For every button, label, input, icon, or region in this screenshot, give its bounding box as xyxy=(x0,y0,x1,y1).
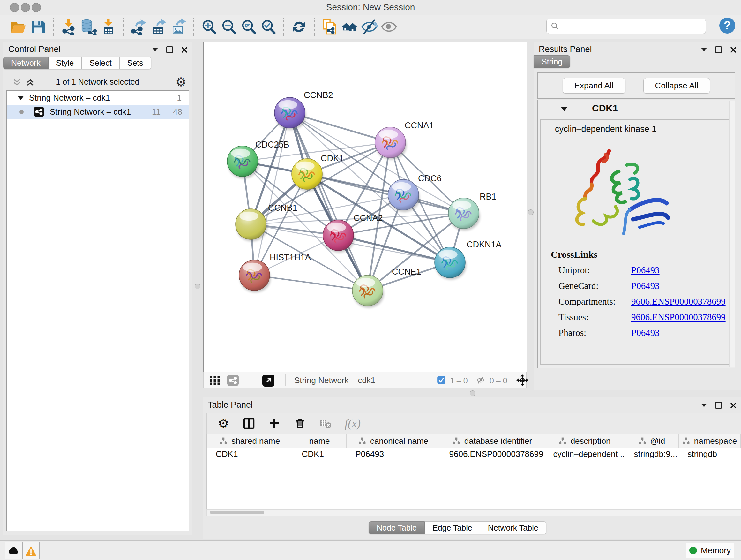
panel-menu-icon[interactable] xyxy=(152,48,158,51)
right-splitter-handle[interactable] xyxy=(528,209,534,215)
network-node-ccnb2[interactable] xyxy=(274,98,306,130)
cloud-icon xyxy=(8,545,19,557)
node-label: CCNA2 xyxy=(354,213,383,223)
network-node-cdk1[interactable] xyxy=(292,159,323,191)
panel-menu-icon[interactable] xyxy=(701,48,707,51)
bottom-splitter-handle[interactable] xyxy=(470,390,475,396)
warnings-button[interactable] xyxy=(22,542,40,559)
help-button[interactable]: ? xyxy=(719,17,735,34)
tab-network-table[interactable]: Network Table xyxy=(480,521,546,534)
hide-selected-button[interactable] xyxy=(359,17,379,37)
protein-details: cyclin–dependent kinase 1 xyxy=(540,119,732,365)
column-header[interactable]: description xyxy=(544,434,625,448)
node-label: CCNA1 xyxy=(405,121,434,130)
grid-view-icon[interactable] xyxy=(209,374,221,387)
tab-style[interactable]: Style xyxy=(49,57,82,69)
delete-column-trash-icon[interactable] xyxy=(293,417,307,430)
network-node-cdkn1a[interactable] xyxy=(434,247,466,280)
crosslink-link[interactable]: P06493 xyxy=(631,327,660,338)
import-database-button[interactable] xyxy=(78,17,98,37)
export-image-button[interactable] xyxy=(169,17,188,37)
duplicate-network-button[interactable] xyxy=(320,17,340,37)
network-options-gear-icon[interactable]: ⚙ xyxy=(176,75,186,89)
zoom-in-button[interactable] xyxy=(199,17,219,37)
cloud-status-button[interactable] xyxy=(5,542,22,559)
network-node-ccne1[interactable] xyxy=(352,275,384,308)
network-node-ccnb1[interactable] xyxy=(235,209,267,241)
save-button[interactable] xyxy=(28,17,48,37)
add-column-icon[interactable] xyxy=(268,417,281,430)
panel-float-icon[interactable] xyxy=(715,402,722,409)
memory-button[interactable]: Memory xyxy=(686,543,734,558)
network-node-ccna2[interactable] xyxy=(323,220,354,253)
import-table-button[interactable] xyxy=(98,17,118,37)
crosslink-link[interactable]: 9606.ENSP00000378699 xyxy=(631,296,726,307)
crosslink-link[interactable]: P06493 xyxy=(631,281,660,291)
network-share-icon[interactable] xyxy=(227,374,239,387)
column-header[interactable]: canonical name xyxy=(346,434,440,448)
network-row[interactable]: String Network – cdk1 11 48 xyxy=(7,105,189,119)
search-field[interactable] xyxy=(546,18,706,34)
panel-close-icon[interactable] xyxy=(730,402,737,409)
network-edge[interactable] xyxy=(254,275,367,291)
panel-float-icon[interactable] xyxy=(715,46,722,53)
search-input[interactable] xyxy=(559,21,705,31)
crosslink-link[interactable]: 9606.ENSP00000378699 xyxy=(631,312,726,322)
zoom-selected-button[interactable] xyxy=(259,17,278,37)
node-table[interactable]: shared namenamecanonical namedatabase id… xyxy=(206,434,741,509)
panel-close-icon[interactable] xyxy=(730,47,737,53)
column-header[interactable]: namespace xyxy=(678,434,740,448)
tab-select[interactable]: Select xyxy=(82,57,119,69)
column-header[interactable]: @id xyxy=(625,434,678,448)
first-neighbors-icon xyxy=(341,18,358,36)
zoom-fit-button[interactable] xyxy=(239,17,259,37)
table-settings-gear-icon[interactable]: ⚙ xyxy=(217,417,230,430)
table-horizontal-scrollbar[interactable] xyxy=(206,509,741,516)
zoom-out-button[interactable] xyxy=(219,17,239,37)
import-network-button[interactable] xyxy=(59,17,78,37)
table-row[interactable]: CDK1CDK1P064939606.ENSP00000378699cyclin… xyxy=(207,448,740,460)
network-node-rb1[interactable] xyxy=(448,198,480,231)
expand-all-button[interactable]: Expand All xyxy=(562,78,625,94)
network-canvas[interactable]: CCNB2CCNA1CDC25BCDK1CDC6RB1CCNB1CCNA2CDK… xyxy=(203,42,527,372)
network-collection-row[interactable]: String Network – cdk1 1 xyxy=(7,91,189,105)
tab-edge-table[interactable]: Edge Table xyxy=(425,521,480,534)
protein-section-header[interactable]: CDK1 xyxy=(538,100,735,117)
first-neighbors-button[interactable] xyxy=(340,17,359,37)
tab-node-table[interactable]: Node Table xyxy=(368,521,425,534)
fit-content-crosshair-icon[interactable] xyxy=(516,374,529,388)
show-all-button[interactable] xyxy=(379,17,399,37)
show-columns-icon[interactable] xyxy=(243,417,255,430)
network-node-cdc6[interactable] xyxy=(388,179,420,212)
string-app-icon xyxy=(34,107,44,117)
network-node-ccna1[interactable] xyxy=(375,127,407,160)
warning-icon xyxy=(25,545,37,557)
tab-string[interactable]: String xyxy=(534,55,570,68)
network-node-cdc25b[interactable] xyxy=(227,146,259,179)
export-network-button[interactable] xyxy=(129,17,149,37)
birdseye-view-icon[interactable] xyxy=(262,374,274,388)
results-scrollbar[interactable] xyxy=(729,101,735,368)
column-header[interactable]: name xyxy=(293,434,346,448)
protein-structure-image xyxy=(558,141,732,248)
selected-checkbox-icon[interactable] xyxy=(437,375,446,386)
tab-sets[interactable]: Sets xyxy=(120,57,151,69)
tab-network[interactable]: Network xyxy=(3,57,49,69)
network-node-hist1h1a[interactable] xyxy=(239,260,271,293)
column-header[interactable]: shared name xyxy=(207,434,293,448)
import-database-icon xyxy=(80,18,97,36)
open-folder-button[interactable] xyxy=(8,17,28,37)
collapse-all-button[interactable]: Collapse All xyxy=(643,78,711,94)
left-splitter-handle[interactable] xyxy=(195,284,200,289)
network-edge[interactable] xyxy=(290,113,367,291)
collection-expand-icon[interactable] xyxy=(17,96,24,100)
scrollbar-thumb[interactable] xyxy=(210,510,264,514)
section-collapse-icon[interactable] xyxy=(561,107,568,111)
panel-close-icon[interactable] xyxy=(181,47,188,53)
column-header[interactable]: database identifier xyxy=(440,434,544,448)
panel-float-icon[interactable] xyxy=(166,46,173,53)
panel-menu-icon[interactable] xyxy=(701,403,707,407)
export-table-button[interactable] xyxy=(149,17,169,37)
refresh-button[interactable] xyxy=(289,17,309,37)
crosslink-link[interactable]: P06493 xyxy=(631,265,660,275)
